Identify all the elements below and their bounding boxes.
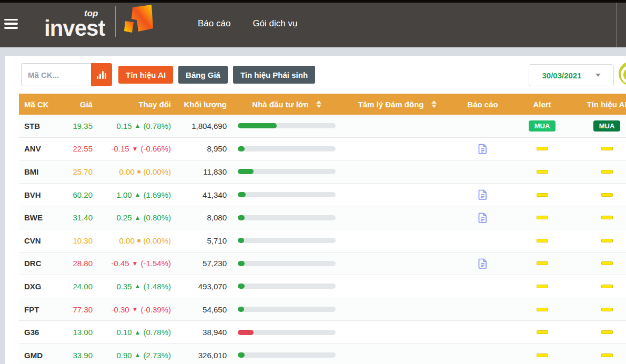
up-arrow-icon: ▲ [135,283,141,289]
change-value: -0.30▼(-0.39%) [111,305,171,314]
alert-cell [516,261,569,265]
change-amount: 0.00 [119,167,135,176]
investor-bar-fill [238,238,244,243]
investor-bar-cell [229,123,345,128]
report-document-icon[interactable] [478,144,487,154]
app-header: top invest Báo cáo Gói dịch vụ [0,0,626,47]
change-value: -0.15▼(-0.66%) [111,144,171,153]
neutral-signal-dash [537,216,548,219]
up-arrow-icon: ▲ [135,123,141,129]
change-value: -0.45▼(-1.54%) [111,259,171,268]
price-cell: 77.30 [58,305,95,314]
investor-bar-track [238,352,336,358]
neutral-signal-dash [601,216,613,219]
price-value: 22.55 [73,144,93,153]
alert-cell [516,353,569,357]
price-cell: 31.40 [58,213,95,222]
change-percent: (-0.39%) [140,305,171,314]
col-ma-ck[interactable]: Mã CK [19,100,58,109]
investor-bar-cell [229,238,345,243]
volume-cell: 5,710 [173,236,229,245]
change-amount: 1.00 [116,190,132,199]
sort-icon[interactable] [316,100,321,108]
nav-bao-cao[interactable]: Báo cáo [198,18,230,29]
col-khoi-luong[interactable]: Khối lượng [173,100,229,109]
alert-cell [516,330,569,334]
ticker-cell: ANV [19,144,58,153]
ai-signal-cell [569,285,626,288]
investor-bar-fill [238,123,277,128]
volume-cell: 57,230 [173,259,229,268]
volume-value: 8,080 [207,213,227,222]
bar-chart-icon [97,76,98,79]
neutral-signal-dash [537,170,548,174]
change-percent: (0.00%) [143,236,171,245]
change-amount: 0.35 [116,282,132,291]
change-cell: -0.45▼(-1.54%) [95,259,173,268]
down-arrow-icon: ▼ [132,306,138,312]
alert-cell [516,308,569,311]
volume-value: 41,340 [203,190,227,199]
investor-bar-track [238,284,336,289]
change-cell: -0.30▼(-0.39%) [95,305,173,314]
investor-bar-fill [238,330,254,335]
alert-cell: MUA [516,120,569,132]
col-tin-hieu-ai[interactable]: Tín hiệu AI [569,100,626,109]
neutral-signal-dash [537,261,548,265]
change-amount: 0.15 [116,122,132,130]
hamburger-menu-icon[interactable] [4,19,18,29]
ticker-cell: DXG [19,282,58,291]
price-cell: 22.55 [58,144,95,153]
report-document-icon[interactable] [478,213,487,223]
down-arrow-icon: ▼ [132,260,138,267]
volume-value: 57,230 [203,259,227,268]
investor-bar-fill [238,192,246,197]
investor-bar-track [238,238,336,243]
content-card: Tín hiệu AI Bảng Giá Tin hiệu Phái sinh … [5,56,626,364]
col-bao-cao[interactable]: Báo cáo [450,100,516,109]
tin-hieu-ai-button[interactable]: Tín hiệu AI [118,66,173,84]
table-row: BMI25.700.00■(0.00%)11,830 [19,160,626,184]
neutral-signal-dash [601,147,613,150]
nav-goi-dich-vu[interactable]: Gói dịch vụ [253,18,297,29]
tin-hieu-phai-sinh-button[interactable]: Tin hiệu Phái sinh [233,66,315,84]
col-tam-ly-dam-dong[interactable]: Tâm lý Đám đông [345,100,450,109]
neutral-signal-dash [601,261,613,265]
ticker-cell: GMD [19,351,58,360]
report-document-icon[interactable] [478,258,487,269]
change-value: 0.10▲(0.78%) [116,328,171,337]
change-cell: 0.25▲(0.80%) [95,213,173,222]
col-gia[interactable]: Giá [58,100,95,109]
volume-value: 5,710 [207,236,227,245]
ticker-cell: G36 [19,328,58,337]
change-value: 0.90▲(2.73%) [116,351,171,360]
change-percent: (2.73%) [143,351,171,360]
change-percent: (0.78%) [143,122,171,130]
ticker-symbol: BWE [24,213,43,222]
table-row: GMD33.900.90▲(2.73%)326,010 [19,344,626,364]
report-document-icon[interactable] [478,189,487,200]
ai-signal-cell [569,261,626,265]
col-alert[interactable]: Alert [516,100,569,109]
neutral-signal-dash [537,193,548,197]
volume-value: 11,830 [203,167,227,176]
change-percent: (0.78%) [143,328,171,337]
ticker-search-input[interactable] [21,63,91,86]
volume-cell: 493,070 [173,282,229,291]
price-value: 77.30 [73,305,93,314]
change-percent: (-0.66%) [140,144,171,153]
change-cell: 0.10▲(0.78%) [95,328,173,337]
table-row: DRC28.80-0.45▼(-1.54%)57,230 [19,252,626,276]
chart-lookup-button[interactable] [91,63,112,86]
neutral-signal-dash [537,285,548,288]
col-thay-doi[interactable]: Thay đổi [95,100,173,109]
volume-value: 493,070 [198,282,227,291]
top-black-strip [0,0,626,3]
bang-gia-button[interactable]: Bảng Giá [178,66,228,84]
date-picker[interactable]: 30/03/2021 [529,64,614,86]
volume-cell: 11,830 [173,167,229,176]
col-nha-dau-tu-lon[interactable]: Nhà đầu tư lớn [229,100,345,109]
change-amount: 0.90 [116,351,132,360]
sort-icon[interactable] [431,100,437,108]
ai-signal-cell [569,308,626,311]
